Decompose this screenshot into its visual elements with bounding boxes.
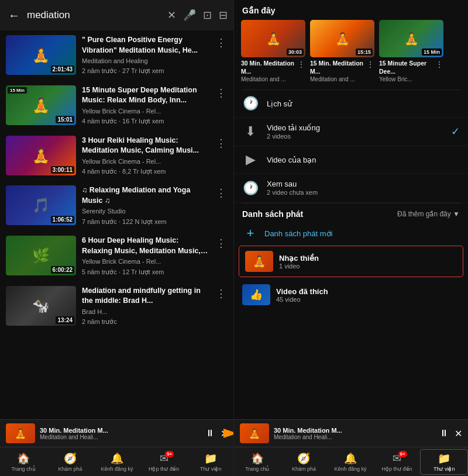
- playlist-title: Nhạc thiền: [279, 254, 457, 263]
- video-stats: 2 năm trước: [82, 318, 209, 326]
- recent-card[interactable]: 🧘 15 Min 15 Minute Super Dee... ⋮ Yellow…: [379, 20, 443, 82]
- recent-card[interactable]: 🧘 15:15 15 Min. Meditation M... ⋮ Medita…: [310, 20, 374, 82]
- left-panel: ← ✕ 🎤 ⊡ ⊟ 🧘 2:01:43 " Pure Clean Positiv…: [0, 0, 234, 476]
- recent-duration: 15 Min: [422, 49, 442, 56]
- playlist-sort-button[interactable]: Đã thêm gần đây ▼: [397, 210, 460, 218]
- lib-item-title: Lịch sử: [267, 99, 460, 108]
- playlist-thumbnail: 🧘: [245, 251, 273, 272]
- video-channel: Yellow Brick Cinema - Rel...: [82, 257, 209, 266]
- video-channel: Serenity Studio: [82, 207, 209, 216]
- right-nav-subscriptions[interactable]: 🔔 Kênh đăng ký: [327, 450, 374, 474]
- cast-icon[interactable]: ⊡: [203, 9, 212, 22]
- library-watch-later[interactable]: 🕐 Xem sau 2 video chưa xem: [234, 174, 468, 203]
- back-button[interactable]: ←: [6, 6, 22, 25]
- pause-button[interactable]: ⏸: [205, 428, 215, 439]
- explore-icon: 🧭: [64, 452, 77, 465]
- video-item[interactable]: 🧘 2:01:43 " Pure Clean Positive Energy V…: [0, 30, 233, 81]
- nav-home[interactable]: 🏠 Trang chủ: [0, 450, 47, 474]
- recent-duration: 15:15: [356, 49, 373, 56]
- nav-inbox-label: Hộp thư đến: [149, 466, 179, 472]
- recent-title: 15 Minute Super Dee...: [379, 60, 435, 75]
- right-pause-button[interactable]: ⏸: [439, 428, 449, 439]
- playlist-info: Nhạc thiền 1 video: [279, 254, 457, 270]
- playlist-thumb-bg: 🧘: [245, 251, 273, 272]
- more-options-button[interactable]: ⋮: [215, 286, 228, 301]
- recent-channel: Yellow Bric...: [379, 76, 443, 82]
- video-duration: 13:24: [56, 316, 74, 324]
- video-item[interactable]: 🧘 3:00:11 3 Hour Reiki Healing Music: Me…: [0, 131, 233, 181]
- history-icon: 🕐: [242, 96, 259, 111]
- download-check-icon: ✓: [451, 125, 460, 138]
- video-item[interactable]: 🎵 1:06:52 ♫ Relaxing Mediation and Yoga …: [0, 181, 233, 231]
- right-nav-inbox[interactable]: ✉ 9+ Hộp thư đến: [374, 450, 421, 474]
- clear-icon[interactable]: ✕: [167, 9, 176, 22]
- video-info: 3 Hour Reiki Healing Music: Meditation M…: [82, 136, 209, 177]
- video-item[interactable]: 🧘 15 Min 15:01 15 Minute Super Deep Medi…: [0, 81, 233, 131]
- right-panel: Gần đây 🧘 30:03 30 Min. Meditation M... …: [234, 0, 468, 476]
- bottom-nav: 🏠 Trang chủ 🧭 Khám phá 🔔 Kênh đăng ký ✉ …: [0, 447, 234, 476]
- search-input[interactable]: [27, 9, 163, 21]
- more-options-button[interactable]: ⋮: [215, 85, 228, 101]
- library-history[interactable]: 🕐 Lịch sử: [234, 90, 468, 118]
- right-nav-subscriptions-label: Kênh đăng ký: [334, 466, 366, 472]
- video-item[interactable]: 🌿 6:00:22 6 Hour Deep Healing Music: Rel…: [0, 231, 233, 281]
- more-options-button[interactable]: ⋮: [215, 35, 228, 50]
- playlist-item-nhac-thien[interactable]: 🧘 Nhạc thiền 1 video: [239, 246, 463, 277]
- more-options-button[interactable]: ⋮: [215, 136, 228, 151]
- lib-item-title: Video của bạn: [267, 156, 460, 164]
- video-item[interactable]: 🐄 13:24 Mediation and mindfully getting …: [0, 281, 233, 332]
- right-mini-player[interactable]: 🧘 30 Min. Meditation M... Meditation and…: [234, 419, 468, 447]
- nav-library-label: Thư viện: [200, 466, 222, 472]
- video-title: ♫ Relaxing Mediation and Yoga Music ♫: [82, 185, 209, 206]
- search-bar: ← ✕ 🎤 ⊡ ⊟: [0, 0, 233, 30]
- nav-library[interactable]: 📁 Thư viện: [187, 450, 234, 474]
- nav-subscriptions[interactable]: 🔔 Kênh đăng ký: [94, 450, 140, 474]
- right-library-icon: 📁: [438, 452, 450, 465]
- nav-explore[interactable]: 🧭 Khám phá: [47, 450, 94, 474]
- right-nav-library[interactable]: 📁 Thư viện: [420, 449, 468, 475]
- filter-icon[interactable]: ⊟: [219, 9, 228, 22]
- mini-player-info: 30 Min. Meditation M... Meditation and H…: [40, 427, 201, 440]
- download-icon: ⬇: [242, 124, 259, 139]
- recent-videos-row: 🧘 30:03 30 Min. Meditation M... ⋮ Medita…: [234, 20, 468, 89]
- video-title: 3 Hour Reiki Healing Music: Meditation M…: [82, 136, 209, 156]
- right-nav-explore[interactable]: 🧭 Khám phá: [281, 450, 328, 474]
- right-nav-home[interactable]: 🏠 Trang chủ: [234, 450, 281, 474]
- more-options-button[interactable]: ⋮: [215, 236, 228, 251]
- lib-item-info: Video của bạn: [267, 156, 460, 164]
- subscriptions-icon: 🔔: [111, 452, 123, 465]
- playlist-section-title: Danh sách phát: [242, 209, 303, 219]
- video-info: ♫ Relaxing Mediation and Yoga Music ♫ Se…: [82, 185, 209, 226]
- mic-icon[interactable]: 🎤: [183, 9, 196, 22]
- add-playlist-button[interactable]: + Danh sách phát mới: [234, 221, 468, 246]
- right-close-button[interactable]: ✕: [455, 428, 462, 439]
- video-info: " Pure Clean Positive Energy Vibration" …: [82, 35, 209, 76]
- video-stats: 7 năm trước · 122 N lượt xem: [82, 218, 209, 226]
- lib-item-subtitle: 2 videos: [267, 133, 443, 140]
- library-your-videos[interactable]: ▶ Video của bạn: [234, 146, 468, 174]
- recent-more-button[interactable]: ⋮: [435, 60, 443, 69]
- add-plus-icon: +: [242, 226, 259, 241]
- playlist-item-liked[interactable]: 👍 Video đã thích 45 video: [234, 280, 468, 310]
- recent-title-row: 15 Min. Meditation M... ⋮: [310, 60, 374, 75]
- recent-channel: Meditation and ...: [241, 76, 305, 82]
- right-mini-player-title: 30 Min. Meditation M...: [274, 427, 435, 434]
- lib-item-info: Lịch sử: [267, 99, 460, 108]
- mini-player-title: 30 Min. Meditation M...: [40, 427, 201, 434]
- right-mini-player-channel: Meditation and Heali...: [274, 434, 435, 440]
- video-duration: 2:01:43: [51, 65, 74, 73]
- recent-more-button[interactable]: ⋮: [366, 60, 374, 69]
- right-mini-player-info: 30 Min. Meditation M... Meditation and H…: [274, 427, 435, 440]
- more-options-button[interactable]: ⋮: [215, 185, 228, 201]
- video-title: 15 Minute Super Deep Meditation Music: R…: [82, 85, 209, 106]
- recent-thumb: 🧘 15 Min: [379, 20, 443, 57]
- mini-player-channel: Meditation and Heali...: [40, 434, 201, 440]
- nav-inbox[interactable]: ✉ 9+ Hộp thư đến: [140, 450, 187, 474]
- recent-card[interactable]: 🧘 30:03 30 Min. Meditation M... ⋮ Medita…: [241, 20, 305, 82]
- recent-more-button[interactable]: ⋮: [297, 60, 305, 69]
- mini-player[interactable]: 🧘 30 Min. Meditation M... Meditation and…: [0, 419, 234, 447]
- library-downloads[interactable]: ⬇ Video tải xuống 2 videos ✓: [234, 118, 468, 146]
- recent-title: 15 Min. Meditation M...: [310, 60, 366, 75]
- inbox-badge: 9+: [165, 451, 174, 457]
- video-stats: 5 năm trước · 12 Tr lượt xem: [82, 268, 209, 277]
